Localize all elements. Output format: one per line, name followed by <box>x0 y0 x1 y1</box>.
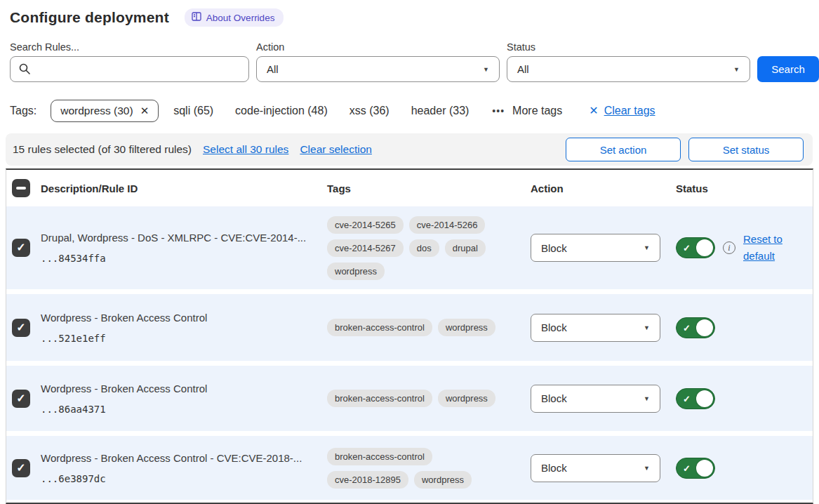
book-icon <box>192 12 201 23</box>
select-all-checkbox[interactable] <box>12 179 30 197</box>
indeterminate-icon <box>16 187 26 190</box>
status-label: Status <box>507 41 750 53</box>
status-toggle[interactable]: ✓ <box>676 237 715 258</box>
check-icon: ✓ <box>683 243 691 253</box>
more-tags-label: More tags <box>512 105 562 117</box>
rule-id: ...84534ffa <box>41 253 310 264</box>
select-all-link[interactable]: Select all 30 rules <box>203 143 288 156</box>
tag-pill: cve-2014-5266 <box>409 216 486 234</box>
action-select-value: Block <box>541 392 567 404</box>
set-action-button[interactable]: Set action <box>566 138 681 161</box>
rule-description: Wordpress - Broken Access Control <box>41 312 310 324</box>
status-select-value: All <box>517 63 529 75</box>
selected-tag-chip-wordpress[interactable]: wordpress (30) ✕ <box>51 100 159 122</box>
check-icon: ✓ <box>683 393 691 404</box>
tag-option-code-injection[interactable]: code-injection (48) <box>235 105 328 117</box>
toggle-knob <box>696 319 713 336</box>
dropdown-arrow-icon: ▼ <box>644 244 650 251</box>
status-toggle[interactable]: ✓ <box>676 317 715 338</box>
action-select[interactable]: Block ▼ <box>531 314 660 342</box>
tag-pill: dos <box>409 239 439 257</box>
set-status-button[interactable]: Set status <box>688 138 804 161</box>
toggle-knob <box>696 460 713 477</box>
row-checkbox[interactable]: ✓ <box>12 239 30 257</box>
search-button[interactable]: Search <box>757 56 819 82</box>
rules-table: Description/Rule ID Tags Action Status ✓… <box>6 168 813 504</box>
table-row: ✓ Drupal, Wordpress - DoS - XMLRPC - CVE… <box>6 206 813 289</box>
rule-id: ...6e3897dc <box>41 473 310 484</box>
search-field: Search Rules... <box>10 41 249 82</box>
toggle-knob <box>696 239 713 256</box>
status-toggle[interactable]: ✓ <box>676 388 715 409</box>
page-title: Configure deployment <box>10 9 169 26</box>
remove-tag-icon[interactable]: ✕ <box>140 105 149 117</box>
reset-to-default-link[interactable]: Reset to default <box>743 231 788 265</box>
status-toggle[interactable]: ✓ <box>676 458 715 479</box>
rule-tags: cve-2014-5265 cve-2014-5266 cve-2014-526… <box>321 216 531 280</box>
tag-pill: wordpress <box>438 390 495 407</box>
tags-label: Tags: <box>10 105 36 117</box>
dropdown-arrow-icon: ▼ <box>644 395 650 402</box>
action-select[interactable]: Block ▼ <box>531 454 660 482</box>
table-row: ✓ Wordpress - Broken Access Control ...5… <box>6 294 813 361</box>
table-row: ✓ Wordpress - Broken Access Control - CV… <box>6 436 813 500</box>
dropdown-arrow-icon: ▼ <box>644 465 650 472</box>
selection-bar: 15 rules selected (of 30 filtered rules)… <box>6 133 813 166</box>
dropdown-arrow-icon: ▼ <box>733 66 740 73</box>
clear-x-icon: ✕ <box>589 104 598 117</box>
tag-pill: wordpress <box>327 263 385 280</box>
rule-description: Wordpress - Broken Access Control - CVE:… <box>41 452 310 464</box>
column-header-tags: Tags <box>321 183 531 194</box>
tag-pill: wordpress <box>438 319 495 336</box>
clear-tags-label: Clear tags <box>604 105 655 117</box>
filters-bar: Search Rules... Action All ▼ Status All … <box>10 41 819 82</box>
action-select[interactable]: All ▼ <box>256 56 500 82</box>
action-select-value: Block <box>541 242 567 254</box>
action-select-value: Block <box>541 321 567 333</box>
action-select[interactable]: Block ▼ <box>531 385 660 413</box>
clear-selection-link[interactable]: Clear selection <box>300 143 372 156</box>
tag-pill: wordpress <box>414 471 472 489</box>
more-tags-button[interactable]: ••• More tags <box>492 105 562 117</box>
tag-option-sqli[interactable]: sqli (65) <box>173 105 213 117</box>
search-input[interactable] <box>10 56 249 82</box>
action-select-value: All <box>267 63 279 75</box>
rule-description: Wordpress - Broken Access Control <box>41 383 310 394</box>
rule-description: Drupal, Wordpress - DoS - XMLRPC - CVE:C… <box>41 232 310 244</box>
action-select-value: Block <box>541 462 567 474</box>
row-checkbox[interactable]: ✓ <box>12 319 30 337</box>
selection-summary: 15 rules selected (of 30 filtered rules) <box>13 143 192 156</box>
tag-option-header[interactable]: header (33) <box>411 105 470 117</box>
rule-tags: broken-access-control cve-2018-12895 wor… <box>321 448 531 489</box>
status-select[interactable]: All ▼ <box>507 56 750 82</box>
clear-tags-button[interactable]: ✕ Clear tags <box>589 104 655 117</box>
dropdown-arrow-icon: ▼ <box>644 324 650 331</box>
check-icon: ✓ <box>16 242 25 253</box>
check-icon: ✓ <box>16 393 25 404</box>
tags-bar: Tags: wordpress (30) ✕ sqli (65) code-in… <box>10 98 819 124</box>
tag-pill: broken-access-control <box>327 319 432 336</box>
tag-option-xss[interactable]: xss (36) <box>349 105 389 117</box>
check-icon: ✓ <box>16 463 25 474</box>
row-checkbox[interactable]: ✓ <box>12 459 30 477</box>
action-select[interactable]: Block ▼ <box>531 234 660 262</box>
about-overrides-badge[interactable]: About Overrides <box>185 8 284 27</box>
rule-tags: broken-access-control wordpress <box>321 390 531 407</box>
tag-pill: cve-2018-12895 <box>327 471 408 489</box>
toggle-knob <box>696 390 713 407</box>
rule-id: ...521e1eff <box>41 333 310 344</box>
check-icon: ✓ <box>16 322 25 333</box>
page-header: Configure deployment About Overrides <box>10 7 819 28</box>
search-icon <box>18 62 31 78</box>
row-checkbox[interactable]: ✓ <box>12 390 30 408</box>
tag-pill: broken-access-control <box>327 448 432 465</box>
search-label: Search Rules... <box>10 41 249 53</box>
table-row: ✓ Wordpress - Broken Access Control ...8… <box>6 366 813 431</box>
action-label: Action <box>256 41 500 53</box>
tag-pill: cve-2014-5265 <box>327 216 404 234</box>
column-header-description: Description/Rule ID <box>41 183 321 194</box>
rule-tags: broken-access-control wordpress <box>321 319 531 336</box>
info-icon[interactable]: i <box>723 241 735 254</box>
status-filter: Status All ▼ <box>507 41 750 82</box>
table-header-row: Description/Rule ID Tags Action Status <box>6 170 813 206</box>
